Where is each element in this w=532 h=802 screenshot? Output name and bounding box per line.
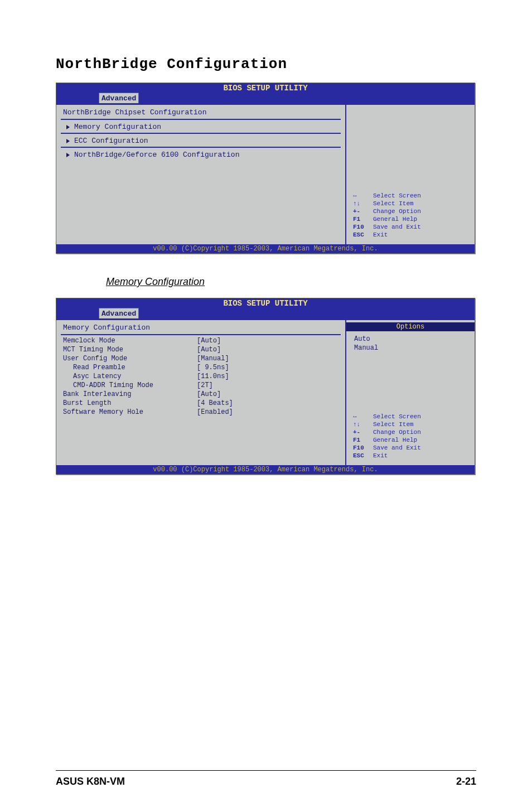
bios-left-pane: NorthBridge Chipset Configuration Memory…: [56, 105, 346, 244]
submenu-geforce-config[interactable]: NorthBridge/Geforce 6100 Configuration: [61, 149, 341, 161]
help-label: Select Screen: [373, 192, 421, 200]
bios-right-pane: ↔Select Screen ↑↓Select Item +-Change Op…: [346, 105, 475, 244]
help-label: Exit: [373, 231, 388, 239]
submenu-ecc-config[interactable]: ECC Configuration: [61, 135, 341, 148]
tab-advanced[interactable]: Advanced: [99, 93, 139, 103]
help-label: Select Item: [373, 421, 414, 428]
nav-help: ↔Select Screen ↑↓Select Item +-Change Op…: [353, 192, 421, 239]
option-auto[interactable]: Auto: [351, 335, 470, 344]
key-arrows-ud: ↑↓: [353, 200, 373, 207]
setting-label: Read Preamble: [63, 364, 197, 372]
key-arrows-lr: ↔: [353, 413, 373, 421]
key-arrows-lr: ↔: [353, 192, 373, 200]
setting-value: [Manual]: [197, 355, 229, 363]
bios-title: BIOS SETUP UTILITY: [56, 298, 475, 308]
key-f1: F1: [353, 215, 373, 223]
key-f10: F10: [353, 444, 373, 452]
setting-value: [Auto]: [197, 390, 221, 399]
key-plusminus: +-: [353, 207, 373, 215]
setting-label: CMD-ADDR Timing Mode: [63, 381, 197, 390]
setting-value: [11.0ns]: [197, 373, 229, 381]
key-esc: ESC: [353, 231, 373, 239]
setting-label: MCT Timing Mode: [63, 346, 197, 354]
setting-bank-interleaving[interactable]: Bank Interleaving [Auto]: [61, 390, 341, 399]
bios-screen-northbridge: BIOS SETUP UTILITY Advanced NorthBridge …: [56, 83, 475, 254]
footer-rule: [56, 770, 476, 771]
triangle-icon: [66, 125, 70, 129]
setting-memclock-mode[interactable]: Memclock Mode [Auto]: [61, 336, 341, 345]
setting-label: Asyc Latency: [63, 373, 197, 381]
nav-help: ↔Select Screen ↑↓Select Item +-Change Op…: [353, 413, 421, 460]
triangle-icon: [66, 153, 70, 157]
submenu-memory-config[interactable]: Memory Configuration: [61, 121, 341, 134]
setting-cmd-addr-timing[interactable]: CMD-ADDR Timing Mode [2T]: [61, 381, 341, 390]
setting-user-config-mode[interactable]: User Config Mode [Manual]: [61, 354, 341, 363]
help-label: General Help: [373, 215, 417, 223]
help-label: Save and Exit: [373, 223, 421, 231]
setting-asyc-latency[interactable]: Asyc Latency [11.0ns]: [61, 372, 341, 381]
setting-label: Burst Length: [63, 399, 197, 408]
tab-advanced[interactable]: Advanced: [99, 308, 139, 318]
help-label: Change Option: [373, 207, 421, 215]
key-f10: F10: [353, 223, 373, 231]
submenu-label: NorthBridge/Geforce 6100 Configuration: [74, 151, 239, 159]
key-f1: F1: [353, 436, 373, 444]
setting-value: [Auto]: [197, 337, 221, 345]
bios-right-pane: Options Auto Manual ↔Select Screen ↑↓Sel…: [346, 320, 475, 465]
pane-heading: NorthBridge Chipset Configuration: [61, 107, 341, 120]
submenu-label: ECC Configuration: [74, 137, 148, 145]
setting-software-memory-hole[interactable]: Software Memory Hole [Enabled]: [61, 408, 341, 417]
help-label: Change Option: [373, 428, 421, 436]
setting-label: Software Memory Hole: [63, 408, 197, 417]
help-label: General Help: [373, 436, 417, 444]
bios-left-pane: Memory Configuration Memclock Mode [Auto…: [56, 320, 346, 465]
help-label: Exit: [373, 452, 388, 460]
setting-value: [2T]: [197, 381, 213, 390]
footer-product: ASUS K8N-VM: [56, 776, 125, 787]
setting-label: User Config Mode: [63, 355, 197, 363]
setting-value: [Auto]: [197, 346, 221, 354]
sub-caption-memory-config: Memory Configuration: [106, 276, 476, 288]
setting-burst-length[interactable]: Burst Length [4 Beats]: [61, 399, 341, 408]
page-footer: ASUS K8N-VM 2-21: [56, 776, 476, 787]
bios-title: BIOS SETUP UTILITY: [56, 83, 475, 93]
bios-tab-bar: Advanced: [56, 308, 475, 319]
help-label: Select Item: [373, 200, 414, 207]
bios-footer: v00.00 (C)Copyright 1985-2003, American …: [56, 465, 475, 474]
key-esc: ESC: [353, 452, 373, 460]
help-label: Select Screen: [373, 413, 421, 421]
triangle-icon: [66, 139, 70, 143]
submenu-label: Memory Configuration: [74, 123, 161, 131]
help-label: Save and Exit: [373, 444, 421, 452]
bios-tab-bar: Advanced: [56, 93, 475, 104]
setting-value: [4 Beats]: [197, 399, 233, 408]
page-heading: NorthBridge Configuration: [56, 56, 476, 73]
setting-value: [ 9.5ns]: [197, 364, 229, 372]
key-plusminus: +-: [353, 428, 373, 436]
setting-mct-timing-mode[interactable]: MCT Timing Mode [Auto]: [61, 345, 341, 354]
bios-footer: v00.00 (C)Copyright 1985-2003, American …: [56, 244, 475, 253]
footer-page-number: 2-21: [456, 776, 476, 787]
option-manual[interactable]: Manual: [351, 344, 470, 352]
pane-heading: Memory Configuration: [61, 322, 341, 335]
bios-screen-memory-config: BIOS SETUP UTILITY Advanced Memory Confi…: [56, 298, 475, 475]
setting-value: [Enabled]: [197, 408, 233, 417]
options-header: Options: [346, 322, 475, 331]
setting-read-preamble[interactable]: Read Preamble [ 9.5ns]: [61, 363, 341, 372]
setting-label: Memclock Mode: [63, 337, 197, 345]
key-arrows-ud: ↑↓: [353, 421, 373, 428]
setting-label: Bank Interleaving: [63, 390, 197, 399]
